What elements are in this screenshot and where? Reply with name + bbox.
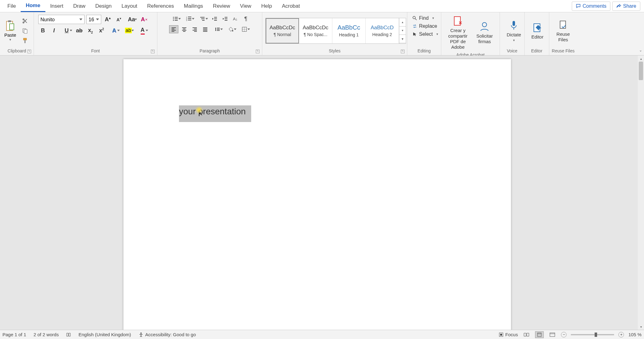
bullets-icon <box>172 16 178 22</box>
change-case-button[interactable]: Aa <box>125 15 138 23</box>
scroll-thumb[interactable] <box>639 62 643 80</box>
comments-button[interactable]: Comments <box>572 2 610 11</box>
read-mode-button[interactable] <box>522 331 531 338</box>
tab-insert[interactable]: Insert <box>45 1 69 12</box>
style-normal[interactable]: AaBbCcDc ¶ Normal <box>266 18 299 43</box>
svg-rect-49 <box>217 30 220 31</box>
voice-group-label: Voice <box>502 48 522 55</box>
shading-button[interactable] <box>225 25 237 33</box>
scroll-up-button[interactable]: ▴ <box>638 55 644 62</box>
accessibility-status[interactable]: Accessibility: Good to go <box>139 332 196 337</box>
svg-rect-12 <box>175 18 178 19</box>
word-count[interactable]: 2 of 2 words <box>34 332 59 337</box>
styles-scroll-down[interactable]: ▾ <box>399 27 406 35</box>
cut-button[interactable] <box>21 17 29 25</box>
microphone-icon <box>508 20 519 31</box>
text-effects-button[interactable]: A <box>108 27 120 35</box>
align-right-button[interactable] <box>190 25 199 33</box>
zoom-knob[interactable] <box>595 333 597 337</box>
tab-help[interactable]: Help <box>256 1 277 12</box>
style-name: ¶ Normal <box>274 32 291 37</box>
italic-button[interactable]: I <box>49 27 59 35</box>
strikethrough-button[interactable]: ab <box>75 27 84 35</box>
replace-button[interactable]: Replace <box>411 23 438 30</box>
tab-review[interactable]: Review <box>208 1 235 12</box>
format-painter-button[interactable] <box>21 37 29 45</box>
share-button[interactable]: Share <box>612 2 640 11</box>
tab-acrobat[interactable]: Acrobat <box>277 1 305 12</box>
tab-view[interactable]: View <box>235 1 256 12</box>
select-button[interactable]: Select▼ <box>411 31 440 38</box>
show-marks-button[interactable]: ¶ <box>241 15 251 23</box>
selected-text[interactable]: your presentation <box>179 105 251 122</box>
scroll-down-button[interactable]: ▾ <box>638 324 644 330</box>
style-no-spacing[interactable]: AaBbCcDc ¶ No Spac... <box>299 18 332 43</box>
align-left-button[interactable] <box>169 25 178 33</box>
shrink-font-button[interactable]: A▾ <box>114 15 123 23</box>
create-pdf-button[interactable]: Crear y compartir PDF de Adobe <box>446 15 470 51</box>
numbering-button[interactable]: 123 <box>183 15 195 23</box>
multilevel-list-button[interactable] <box>196 15 209 23</box>
paragraph-launcher[interactable] <box>256 50 260 53</box>
sort-button[interactable]: A↓ <box>231 15 240 23</box>
styles-expand[interactable]: ▼ <box>399 35 406 43</box>
clipboard-launcher[interactable] <box>27 50 31 53</box>
request-signatures-button[interactable]: Solicitar firmas <box>475 20 495 45</box>
superscript-button[interactable]: x2 <box>97 27 106 35</box>
zoom-out-button[interactable]: − <box>561 332 567 337</box>
copy-button[interactable] <box>21 27 29 35</box>
clear-formatting-button[interactable]: A✕ <box>139 15 149 23</box>
underline-button[interactable]: U <box>60 27 73 35</box>
style-heading2[interactable]: AaBbCcD Heading 2 <box>366 18 399 43</box>
styles-scroll-up[interactable]: ▴ <box>399 18 406 27</box>
font-size-combo[interactable]: 16 <box>86 15 101 24</box>
tab-design[interactable]: Design <box>90 1 117 12</box>
bullets-button[interactable] <box>169 15 181 23</box>
grow-font-button[interactable]: A▴ <box>103 15 112 23</box>
svg-rect-25 <box>214 18 217 19</box>
tab-references[interactable]: References <box>142 1 179 12</box>
vertical-scrollbar[interactable]: ▴ ▾ <box>638 55 644 330</box>
dictate-label: Dictate <box>507 32 521 38</box>
reuse-files-button[interactable]: Reuse Files <box>554 18 572 43</box>
editor-icon <box>532 22 543 33</box>
page-status[interactable]: Page 1 of 1 <box>2 332 26 337</box>
find-button[interactable]: Find▼ <box>411 15 436 22</box>
font-name-combo[interactable]: Nunito <box>38 15 85 24</box>
svg-rect-1 <box>8 20 11 22</box>
borders-button[interactable] <box>238 25 251 33</box>
zoom-slider[interactable] <box>571 334 614 335</box>
language-status[interactable]: English (United Kingdom) <box>78 332 131 337</box>
share-icon <box>616 4 621 9</box>
tab-mailings[interactable]: Mailings <box>179 1 208 12</box>
paste-button[interactable]: Paste ▼ <box>2 19 18 42</box>
collapse-ribbon-button[interactable]: ⌄ <box>639 48 642 52</box>
tab-file[interactable]: File <box>2 1 21 12</box>
web-layout-button[interactable] <box>548 331 557 338</box>
document-page[interactable]: your presentation ↖ <box>123 59 511 330</box>
bold-button[interactable]: B <box>38 27 48 35</box>
highlight-button[interactable]: ab <box>122 27 135 35</box>
tab-home[interactable]: Home <box>21 0 45 12</box>
justify-button[interactable] <box>201 25 210 33</box>
zoom-in-button[interactable]: + <box>618 332 624 337</box>
increase-indent-button[interactable] <box>220 15 230 23</box>
zoom-level[interactable]: 105 % <box>628 332 642 337</box>
focus-mode-button[interactable]: Focus <box>499 332 518 337</box>
subscript-button[interactable]: x2 <box>86 27 95 35</box>
dictate-button[interactable]: Dictate ▼ <box>505 19 523 43</box>
styles-launcher[interactable] <box>401 50 405 53</box>
line-spacing-button[interactable] <box>211 25 223 33</box>
editor-button[interactable]: Editor <box>530 21 545 40</box>
align-center-button[interactable] <box>180 25 189 33</box>
svg-rect-42 <box>203 27 207 28</box>
tab-layout[interactable]: Layout <box>117 1 142 12</box>
print-layout-button[interactable] <box>535 331 544 338</box>
font-color-button[interactable]: A <box>136 27 149 35</box>
paragraph-group-label: Paragraph <box>160 48 260 55</box>
decrease-indent-button[interactable] <box>210 15 219 23</box>
font-launcher[interactable] <box>151 50 155 53</box>
tab-draw[interactable]: Draw <box>68 1 90 12</box>
style-heading1[interactable]: AaBbCc Heading 1 <box>332 18 366 43</box>
spell-check-button[interactable] <box>66 332 71 337</box>
